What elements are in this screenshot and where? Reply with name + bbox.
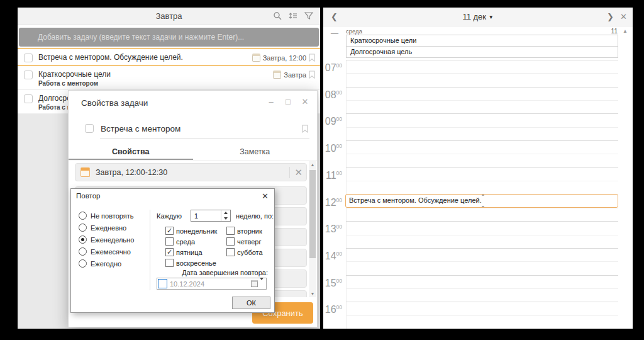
allday-section: — среда 11 ▲ Краткосрочные цели Долгосро… [323,26,633,60]
next-day-icon[interactable]: ❯ [607,12,614,21]
weekday-option[interactable]: воскресенье [165,258,226,268]
task-row[interactable]: Встреча с ментором. Обсуждение целей. За… [18,48,320,66]
checkbox-icon[interactable] [165,248,174,256]
clear-schedule-icon[interactable]: ✕ [294,167,303,178]
dialog-scrollbar[interactable]: ▲ ▼ [309,161,316,297]
calendar-grid[interactable]: 0700 0800 0900 1000 1100 1200 1300 1400 … [323,60,633,329]
checkbox-icon[interactable] [226,237,235,246]
weekday-option[interactable]: понедельник [165,225,226,236]
calendar-icon [273,71,281,79]
scroll-up-icon[interactable]: ▲ [309,162,316,167]
task-checkbox[interactable] [24,94,33,103]
close-icon[interactable]: ✕ [262,191,269,201]
radio-option[interactable]: Ежегодно [79,258,134,269]
checkbox-icon[interactable] [226,248,235,256]
weekday-label: четверг [237,238,262,246]
weekday-label: пятница [176,249,203,256]
app-window: Завтра Добавить задачу (введите текст за… [0,0,644,340]
calendar-icon [252,54,260,62]
date-picker-icon[interactable] [251,280,258,287]
task-due-date: Завтра [284,71,306,79]
task-checkbox[interactable] [24,54,33,62]
radio-option[interactable]: Не повторять [79,210,134,222]
stepper-up-icon[interactable] [221,210,230,216]
checkbox-icon[interactable] [165,259,174,267]
end-date-value[interactable]: 10.12.2024 [170,280,251,288]
task-name[interactable]: Встреча с ментором [101,124,302,133]
close-icon[interactable]: ✕ [301,97,309,106]
close-calendar-icon[interactable]: ✕ [620,12,627,21]
stepper-down-icon[interactable] [221,216,230,222]
radio-icon[interactable] [79,235,87,244]
hour-label: 0700 [323,62,342,74]
radio-label: Ежедневно [91,224,126,232]
bookmark-icon[interactable] [309,71,315,79]
interval-stepper[interactable]: 1 [191,210,231,222]
radio-icon[interactable] [79,259,87,268]
scroll-up-icon[interactable]: ▲ [623,28,628,34]
weekday-option[interactable]: суббота [226,247,282,258]
checkbox-icon[interactable] [226,227,235,235]
sort-icon[interactable] [288,11,298,21]
divider [289,167,290,178]
radio-label: Не повторять [91,212,134,220]
calendar-icon [80,167,90,177]
schedule-value: Завтра, 12:00-12:30 [96,168,289,177]
tab-properties[interactable]: Свойства [69,145,193,160]
dialog-title: Свойства задачи [81,98,148,108]
schedule-field[interactable]: Завтра, 12:00-12:30 ✕ [75,163,307,181]
hour-label: 1100 [323,170,342,181]
end-date-checkbox[interactable] [158,279,167,288]
filter-icon[interactable] [304,11,314,21]
radio-icon[interactable] [79,224,87,232]
maximize-icon[interactable]: □ [284,97,292,106]
radio-option[interactable]: Ежедневно [79,222,134,234]
radio-option[interactable]: Еженедельно [79,234,134,246]
hour-label: 1200 [323,197,342,208]
checkbox-icon[interactable] [165,227,174,235]
ok-button[interactable]: ОК [232,297,270,309]
weekday-option[interactable]: вторник [226,225,282,236]
interval-value[interactable]: 1 [191,210,221,221]
repeat-options: Не повторять Ежедневно Еженедельно Ежеме… [79,210,134,269]
collapse-icon[interactable]: — [331,29,338,38]
allday-event[interactable]: Долгосрочная цель [346,46,618,58]
add-task-input[interactable]: Добавить задачу (введите текст задачи и … [19,28,319,47]
hour-label: 1600 [323,304,342,315]
bookmark-icon[interactable] [309,54,315,62]
allday-event[interactable]: Краткосрочные цели [346,35,618,47]
calendar-date-dropdown[interactable]: 11 дек ▼ [323,12,633,21]
hour-label: 1300 [323,224,342,235]
task-due-date: Завтра, 12:00 [263,54,306,62]
weekday-option[interactable]: среда [165,236,226,247]
weekday-option[interactable]: четверг [226,236,282,247]
weekday-label: суббота [237,249,263,256]
radio-icon[interactable] [79,247,87,256]
search-icon[interactable] [272,11,282,21]
task-checkbox[interactable] [85,124,94,133]
weekday-option[interactable]: пятница [165,247,226,258]
task-project-label: Работа с ментором [38,80,273,87]
hour-label: 0900 [323,116,342,127]
calendar-event[interactable]: Встреча с ментором. Обсуждение целей. [345,194,618,208]
task-checkbox[interactable] [24,71,33,79]
weekday-label: вторник [237,227,262,235]
hour-label: 1400 [323,251,342,262]
scrollbar-thumb[interactable] [309,170,316,258]
scroll-down-icon[interactable]: ▼ [309,292,316,296]
task-title: Краткосрочные цели [38,70,273,79]
radio-label: Ежегодно [91,260,121,268]
radio-label: Еженедельно [91,236,134,244]
minimize-icon[interactable]: – [267,97,275,106]
divider [150,210,150,290]
radio-icon[interactable] [79,212,87,220]
tab-note[interactable]: Заметка [193,145,318,160]
bookmark-icon[interactable] [302,125,308,133]
dropdown-caret-icon: ▼ [489,14,494,20]
end-date-field[interactable]: 10.12.2024 [157,278,267,290]
task-row[interactable]: Краткосрочные цели Работа с ментором Зав… [18,66,320,90]
dropdown-caret-icon[interactable] [260,280,264,288]
checkbox-icon[interactable] [165,237,174,246]
radio-option[interactable]: Ежемесячно [79,246,134,258]
dialog-title: Повтор [76,192,100,200]
